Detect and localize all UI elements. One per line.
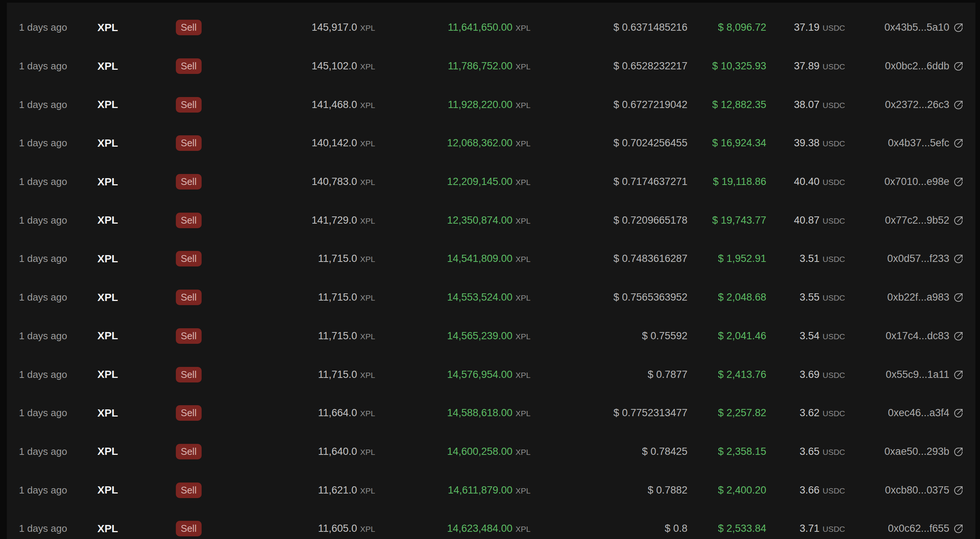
trade-age: 1 days ago <box>19 137 97 149</box>
amount-unit: XPL <box>360 24 375 32</box>
amount-cell: 145,917.0XPL <box>224 22 375 33</box>
price-value: $ 0.7877 <box>648 369 687 380</box>
tx-hash-text: 0x17c4...dc83 <box>886 330 949 342</box>
amount-value: 11,640.0 <box>318 446 357 457</box>
token-symbol: XPL <box>97 60 176 72</box>
external-link-icon[interactable] <box>953 254 964 264</box>
tx-hash-text: 0xb22f...a983 <box>887 291 949 303</box>
usdc-cell: 3.55USDC <box>766 291 845 303</box>
token-symbol: XPL <box>97 291 176 304</box>
tx-cell: 0x17c4...dc83 <box>845 330 964 342</box>
external-link-icon[interactable] <box>953 22 964 33</box>
usd-value-cell: $ 1,952.91 <box>687 253 766 265</box>
external-link-icon[interactable] <box>953 138 964 148</box>
usdc-unit: USDC <box>822 216 845 225</box>
external-link-icon[interactable] <box>953 331 964 341</box>
price-value: $ 0.78425 <box>642 446 687 457</box>
tx-hash-link[interactable]: 0xec46...a3f4 <box>888 407 964 419</box>
price-value: $ 0.7024256455 <box>614 137 687 149</box>
usd-value-cell: $ 2,400.20 <box>687 485 766 496</box>
usdc-cell: 3.54USDC <box>766 330 845 342</box>
external-link-icon[interactable] <box>953 292 964 302</box>
sell-badge: Sell <box>176 97 202 113</box>
price-cell: $ 0.7483616287 <box>531 253 687 265</box>
price-value: $ 0.7882 <box>648 485 687 496</box>
total-cell: 14,588,618.00XPL <box>375 407 531 419</box>
table-row: 1 days ago XPL Sell 11,715.0XPL 14,565,2… <box>7 317 975 356</box>
usd-value: $ 12,882.35 <box>712 99 766 110</box>
total-cell: 11,928,220.00XPL <box>375 99 531 111</box>
tx-hash-text: 0x77c2...9b52 <box>885 215 949 226</box>
usdc-unit: USDC <box>822 24 845 32</box>
total-cell: 12,209,145.00XPL <box>375 176 531 188</box>
tx-hash-link[interactable]: 0x2372...26c3 <box>885 99 964 111</box>
trades-table: 1 days ago XPL Sell 145,917.0XPL 11,641,… <box>7 3 975 539</box>
table-row: 1 days ago XPL Sell 141,468.0XPL 11,928,… <box>7 85 975 124</box>
usdc-value: 3.65 <box>800 446 820 457</box>
total-value: 14,600,258.00 <box>447 446 513 457</box>
amount-value: 145,917.0 <box>312 22 357 33</box>
external-link-icon[interactable] <box>953 523 964 534</box>
amount-unit: XPL <box>360 255 375 264</box>
total-unit: XPL <box>515 255 531 264</box>
table-row: 1 days ago XPL Sell 140,783.0XPL 12,209,… <box>7 162 975 201</box>
sell-badge: Sell <box>176 328 202 344</box>
tx-hash-link[interactable]: 0x43b5...5a10 <box>885 22 964 33</box>
usd-value: $ 19,743.77 <box>712 215 766 226</box>
external-link-icon[interactable] <box>953 61 964 71</box>
sell-badge: Sell <box>176 483 202 498</box>
total-value: 12,350,874.00 <box>447 215 513 226</box>
external-link-icon[interactable] <box>953 485 964 495</box>
usdc-cell: 3.71USDC <box>766 523 845 534</box>
external-link-icon[interactable] <box>953 215 964 226</box>
amount-cell: 11,664.0XPL <box>224 407 375 419</box>
external-link-icon[interactable] <box>953 100 964 110</box>
amount-unit: XPL <box>360 409 375 418</box>
amount-value: 11,664.0 <box>318 407 357 418</box>
price-value: $ 0.7565363952 <box>614 291 687 303</box>
amount-value: 11,715.0 <box>318 330 357 342</box>
total-value: 14,611,879.00 <box>448 485 513 496</box>
token-symbol: XPL <box>97 407 176 419</box>
tx-hash-link[interactable]: 0xae50...293b <box>885 446 964 458</box>
tx-hash-link[interactable]: 0x0c62...f655 <box>888 523 964 534</box>
total-value: 12,209,145.00 <box>447 176 513 187</box>
trade-age: 1 days ago <box>19 22 97 33</box>
tx-hash-text: 0x55c9...1a11 <box>886 369 949 380</box>
token-symbol: XPL <box>97 445 176 458</box>
usd-value-cell: $ 2,358.15 <box>687 446 766 458</box>
side-cell: Sell <box>176 483 224 498</box>
tx-hash-link[interactable]: 0xb22f...a983 <box>887 291 964 303</box>
tx-hash-link[interactable]: 0x0bc2...6ddb <box>885 60 964 72</box>
tx-hash-link[interactable]: 0x55c9...1a11 <box>886 369 964 380</box>
external-link-icon[interactable] <box>953 370 964 380</box>
total-unit: XPL <box>515 486 531 495</box>
external-link-icon[interactable] <box>953 408 964 418</box>
external-link-icon[interactable] <box>953 176 964 187</box>
tx-hash-link[interactable]: 0x4b37...5efc <box>888 137 964 149</box>
usd-value-cell: $ 2,533.84 <box>687 523 766 534</box>
total-unit: XPL <box>515 525 531 533</box>
usdc-value: 40.40 <box>794 176 820 187</box>
total-unit: XPL <box>515 409 531 418</box>
amount-cell: 141,468.0XPL <box>224 99 375 111</box>
usdc-cell: 38.07USDC <box>766 99 845 111</box>
tx-hash-link[interactable]: 0x7010...e98e <box>885 176 964 188</box>
total-cell: 14,541,809.00XPL <box>375 253 531 265</box>
side-cell: Sell <box>176 367 224 382</box>
usd-value-cell: $ 19,118.86 <box>687 176 766 188</box>
price-value: $ 0.7174637271 <box>614 176 687 187</box>
external-link-icon[interactable] <box>953 447 964 457</box>
total-unit: XPL <box>515 62 531 71</box>
tx-cell: 0x55c9...1a11 <box>845 369 964 380</box>
tx-hash-link[interactable]: 0xcb80...0375 <box>885 485 964 496</box>
tx-hash-link[interactable]: 0x17c4...dc83 <box>886 330 964 342</box>
usdc-cell: 37.19USDC <box>766 22 845 33</box>
tx-hash-text: 0xec46...a3f4 <box>888 407 949 419</box>
table-row: 1 days ago XPL Sell 11,621.0XPL 14,611,8… <box>7 471 975 509</box>
amount-cell: 11,605.0XPL <box>224 523 375 534</box>
total-value: 14,623,484.00 <box>447 523 513 534</box>
tx-hash-link[interactable]: 0x0d57...f233 <box>887 253 964 265</box>
tx-hash-link[interactable]: 0x77c2...9b52 <box>885 215 964 226</box>
usdc-unit: USDC <box>822 448 845 456</box>
